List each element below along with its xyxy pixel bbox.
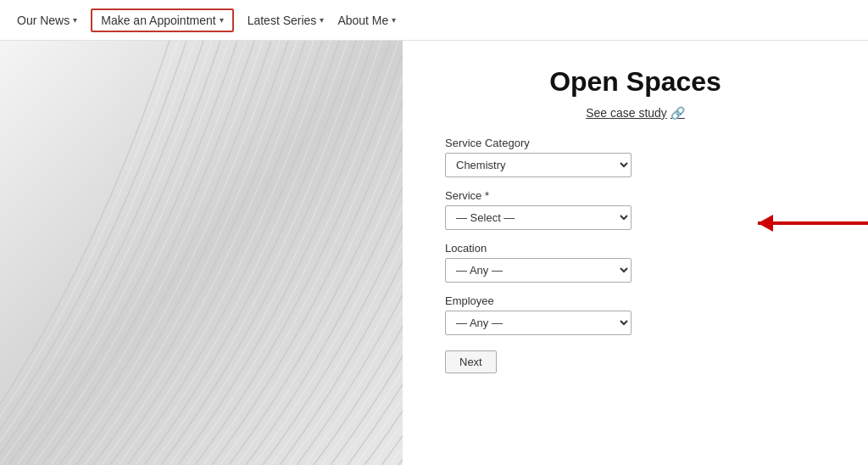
- service-category-select[interactable]: Chemistry Biology Physics Math: [445, 153, 632, 177]
- nav-our-news-caret: ▾: [73, 15, 77, 25]
- employee-select[interactable]: — Any — Employee 1 Employee 2: [445, 311, 632, 335]
- nav-make-appointment-label: Make an Appointment: [101, 14, 215, 27]
- location-label: Location: [445, 242, 826, 255]
- location-select[interactable]: — Any — Location 1 Location 2: [445, 258, 632, 283]
- nav-about-me-label: About Me: [337, 14, 388, 27]
- case-study-label: See case study: [586, 106, 667, 120]
- service-select[interactable]: — Select — Option 1 Option 2: [445, 205, 632, 230]
- nav-latest-series[interactable]: Latest Series ▾: [248, 14, 325, 27]
- case-study-link[interactable]: See case study 🔗: [586, 106, 685, 120]
- employee-group: Employee — Any — Employee 1 Employee 2: [445, 294, 826, 335]
- nav-our-news-label: Our News: [17, 14, 70, 27]
- service-category-label: Service Category: [445, 137, 826, 149]
- hero-image-panel: [0, 41, 403, 465]
- page-title: Open Spaces: [445, 66, 826, 98]
- navigation: Our News ▾ Make an Appointment ▾ Latest …: [0, 0, 868, 41]
- service-group: Service * — Select — Option 1 Option 2: [445, 189, 826, 230]
- main-content: Open Spaces See case study 🔗 Service Cat…: [0, 41, 868, 465]
- service-category-group: Service Category Chemistry Biology Physi…: [445, 137, 826, 177]
- appointment-form: Service Category Chemistry Biology Physi…: [445, 137, 826, 373]
- service-label: Service *: [445, 189, 826, 202]
- nav-our-news[interactable]: Our News ▾: [17, 14, 77, 27]
- right-panel: Open Spaces See case study 🔗 Service Cat…: [403, 41, 868, 465]
- nav-latest-series-caret: ▾: [320, 15, 324, 25]
- nav-about-me[interactable]: About Me ▾: [337, 14, 396, 27]
- next-button[interactable]: Next: [445, 350, 497, 373]
- location-group: Location — Any — Location 1 Location 2: [445, 242, 826, 283]
- employee-label: Employee: [445, 294, 826, 307]
- external-link-icon: 🔗: [670, 106, 685, 120]
- nav-make-appointment[interactable]: Make an Appointment ▾: [91, 8, 233, 32]
- nav-latest-series-label: Latest Series: [248, 14, 317, 27]
- nav-make-appointment-caret: ▾: [220, 15, 224, 25]
- nav-about-me-caret: ▾: [392, 15, 396, 25]
